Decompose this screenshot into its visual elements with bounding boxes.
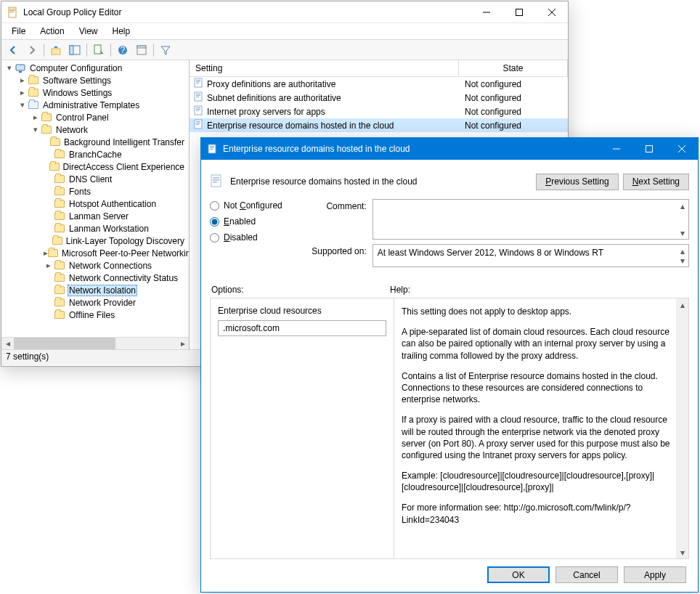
tree-node-label: Software Settings [41,76,113,86]
expand-icon[interactable]: ▸ [17,88,28,97]
help-text: Example: [cloudresource]|[cloudresource]… [402,470,672,493]
next-setting-button[interactable]: Next Setting [623,174,689,190]
scroll-down-icon[interactable]: ▾ [676,546,688,558]
col-state[interactable]: State [459,60,568,76]
col-setting[interactable]: Setting [190,60,459,76]
policy-icon [207,143,219,155]
show-hide-tree-button[interactable] [66,42,84,58]
tree-node[interactable]: ▾Administrative Templates [1,99,189,111]
tree-node[interactable]: ▸Hotspot Authentication [1,198,189,210]
close-button[interactable] [535,1,568,23]
tree-node[interactable]: ▾Computer Configuration [1,62,189,74]
minimize-button[interactable] [470,1,502,23]
svg-rect-5 [52,49,60,54]
expand-icon[interactable]: ▸ [30,113,41,122]
back-button[interactable] [4,42,22,58]
nav-tree[interactable]: ▾Computer Configuration▸Software Setting… [1,60,189,337]
radio-not-configured[interactable]: Not Configured [210,200,282,211]
menu-help[interactable]: Help [107,25,137,38]
up-button[interactable] [47,42,65,58]
gpedit-icon [7,7,19,18]
dlg-maximize-button[interactable] [632,138,665,160]
expand-icon[interactable]: ▾ [4,63,15,73]
maximize-button[interactable] [502,1,535,23]
dlg-minimize-button[interactable] [600,138,632,160]
scroll-down-icon[interactable]: ▾ [676,227,688,239]
computer-icon [15,62,26,74]
svg-rect-28 [196,121,200,122]
tree-node-label: Network [54,125,89,135]
gpe-titlebar[interactable]: Local Group Policy Editor [1,1,568,23]
help-button[interactable]: ? [114,42,131,58]
folder-icon [54,260,65,272]
ok-button[interactable]: OK [487,566,550,583]
tree-node[interactable]: ▸Background Intelligent Transfer [1,136,189,148]
tree-node[interactable]: ▾Network [1,123,189,136]
menu-action[interactable]: Action [34,25,70,38]
tree-node[interactable]: ▸Lanman Workstation [1,222,189,235]
tree-node[interactable]: ▸BranchCache [1,148,189,160]
scroll-up-icon[interactable]: ▴ [676,298,688,311]
help-text: If a proxy is paired with a cloud resour… [402,414,672,461]
cancel-button[interactable]: Cancel [555,566,618,583]
filter-button[interactable] [157,42,174,58]
setting-state: Not configured [459,121,568,131]
tree-node[interactable]: ▸Control Panel [1,111,189,123]
tree-node-label: Network Provider [68,298,137,308]
scroll-left-icon[interactable]: ◂ [1,338,14,349]
tree-node[interactable]: ▸Microsoft Peer-to-Peer Networking [1,247,189,259]
tree-node[interactable]: ▸DirectAccess Client Experience [1,160,189,173]
svg-rect-35 [646,146,652,152]
tree-node[interactable]: ▸Windows Settings [1,86,189,99]
tree-node[interactable]: ▸DNS Client [1,173,189,185]
scroll-down-icon[interactable]: ▾ [676,254,688,267]
svg-rect-26 [196,110,199,111]
list-row[interactable]: Enterprise resource domains hosted in th… [190,118,568,132]
tree-node[interactable]: ▸Fonts [1,185,189,198]
state-radiogroup: Not Configured Enabled Disabled [210,199,282,272]
list-row[interactable]: Internet proxy servers for appsNot confi… [190,105,568,118]
forward-button[interactable] [23,42,41,58]
tree-node-label: DirectAccess Client Experience [62,162,186,172]
scroll-right-icon[interactable]: ▸ [176,338,189,349]
scroll-thumb[interactable] [14,338,115,349]
svg-rect-7 [70,46,73,54]
menu-view[interactable]: View [73,25,104,38]
expand-icon[interactable]: ▾ [17,100,28,110]
list-row[interactable]: Proxy definitions are authoritativeNot c… [190,77,568,91]
tree-node[interactable]: ▸Lanman Server [1,210,189,222]
supported-on-value: At least Windows Server 2012, Windows 8 … [373,245,688,261]
scroll-up-icon[interactable]: ▴ [676,200,688,212]
tree-node[interactable]: ▸Network Connections [1,259,189,272]
help-v-scrollbar[interactable]: ▴ ▾ [676,298,688,558]
tree-node[interactable]: ▸Network Provider [1,296,189,309]
apply-button[interactable]: Apply [624,566,686,583]
expand-icon[interactable]: ▸ [17,76,28,85]
enterprise-cloud-resources-input[interactable] [218,320,386,336]
export-button[interactable] [90,42,107,58]
radio-disabled[interactable]: Disabled [210,232,282,243]
tree-node-label: DNS Client [68,174,113,184]
folder-icon [49,161,60,173]
radio-enabled[interactable]: Enabled [210,216,282,227]
comment-textbox[interactable]: ▴ ▾ [373,199,689,240]
tree-node-label: Fonts [68,187,92,197]
tree-h-scrollbar[interactable]: ◂ ▸ [1,337,189,349]
properties-button[interactable] [133,42,150,58]
tree-node[interactable]: ▸Network Isolation [1,284,189,296]
supported-on-textbox: At least Windows Server 2012, Windows 8 … [373,244,689,267]
previous-setting-button[interactable]: Previous Setting [536,174,618,190]
folder-icon [54,285,65,296]
svg-rect-39 [213,182,217,183]
tree-node[interactable]: ▸Offline Files [1,309,189,321]
tree-node[interactable]: ▸Software Settings [1,74,189,86]
list-row[interactable]: Subnet definitions are authoritativeNot … [190,91,568,105]
dlg-titlebar[interactable]: Enterprise resource domains hosted in th… [201,138,698,160]
tree-node[interactable]: ▸Network Connectivity Status [1,272,189,284]
expand-icon[interactable]: ▾ [30,125,41,134]
dlg-close-button[interactable] [665,138,698,160]
list-header[interactable]: Setting State [190,60,568,77]
menu-file[interactable]: File [6,25,31,38]
expand-icon[interactable]: ▸ [44,261,54,270]
tree-node[interactable]: ▸Link-Layer Topology Discovery [1,235,189,247]
